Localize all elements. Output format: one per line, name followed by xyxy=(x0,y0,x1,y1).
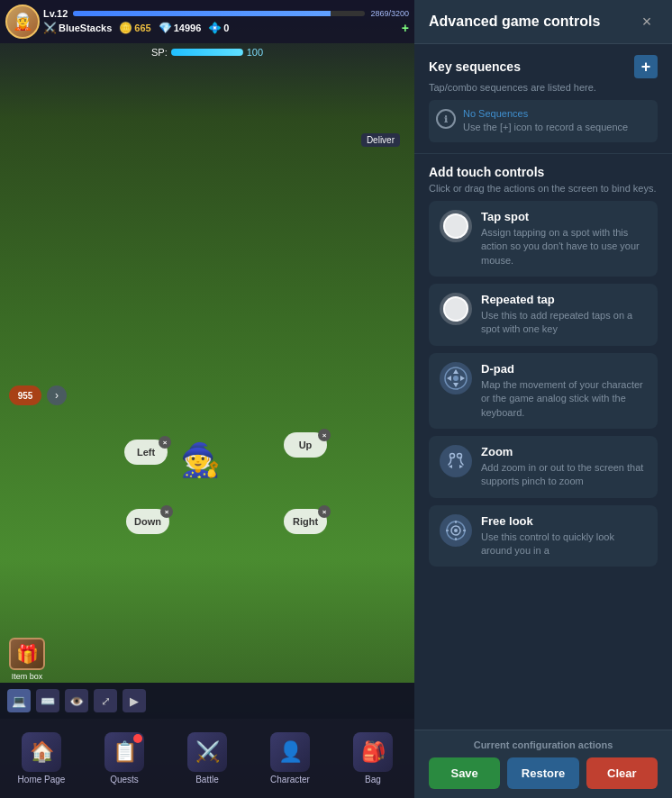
panel-header: Advanced game controls × xyxy=(414,0,672,44)
home-action-btn[interactable]: 💻 xyxy=(7,689,31,712)
touch-controls-header: Add touch controls xyxy=(429,165,658,179)
close-down-icon[interactable]: × xyxy=(160,505,173,518)
nav-bag[interactable]: 🎒 Bag xyxy=(341,732,404,784)
item-box[interactable]: 🎁 Item box xyxy=(9,638,45,681)
restore-button[interactable]: Restore xyxy=(507,757,578,789)
dpad-name: D-pad xyxy=(481,362,647,376)
nav-character-icon: 👤 xyxy=(270,732,310,772)
add-sequence-button[interactable]: + xyxy=(634,55,658,78)
coins-stat: 💎 14996 xyxy=(159,22,202,34)
no-sequences-label: No Sequences xyxy=(463,108,528,119)
svg-marker-4 xyxy=(460,376,465,381)
nav-home-icon: 🏠 xyxy=(22,732,61,772)
freelook-icon xyxy=(443,518,468,543)
nav-bag-icon: 🎒 xyxy=(353,732,393,772)
panel-scroll: Key sequences + Tap/combo sequences are … xyxy=(414,44,672,730)
dpad-desc: Map the movement of your character or th… xyxy=(481,378,647,420)
nav-home-label: Home Page xyxy=(18,775,66,784)
nav-battle[interactable]: ⚔️ Battle xyxy=(176,732,239,784)
svg-marker-3 xyxy=(447,376,451,381)
tap-spot-info: Tap spot Assign tapping on a spot with t… xyxy=(481,210,647,268)
exp-bar xyxy=(73,11,365,16)
dpad-right-button[interactable]: × Right xyxy=(284,509,327,534)
tap-spot-circle xyxy=(443,213,468,239)
item-box-icon: 🎁 xyxy=(9,638,45,670)
zoom-icon-wrap xyxy=(440,445,472,477)
nav-quests-label: Quests xyxy=(110,775,139,784)
nav-quests[interactable]: 📋 Quests xyxy=(93,732,156,784)
item-box-label: Item box xyxy=(12,672,43,681)
nav-battle-icon: ⚔️ xyxy=(187,732,227,772)
expand-action-btn[interactable]: ⤢ xyxy=(94,689,117,712)
coins-value: 14996 xyxy=(174,23,202,33)
stats-row: ⚔️ BlueStacks 🪙 665 💎 14996 💠 0 + xyxy=(43,21,409,35)
key-sequences-subtitle: Tap/combo sequences are listed here. xyxy=(429,82,658,93)
repeated-tap-info: Repeated tap Use this to add repeated ta… xyxy=(481,293,647,337)
no-sequences-hint: Use the [+] icon to record a sequence xyxy=(463,122,628,132)
svg-point-5 xyxy=(453,376,459,381)
panel-footer: Current configuration actions Save Resto… xyxy=(414,730,672,798)
no-sequences-icon: ℹ xyxy=(436,109,456,129)
svg-point-10 xyxy=(454,529,458,532)
zoom-name: Zoom xyxy=(481,445,647,458)
exp-label: 2869/3200 xyxy=(370,9,409,18)
dpad-down-button[interactable]: × Down xyxy=(126,509,169,534)
dpad-icon-wrap xyxy=(440,362,472,394)
clear-button[interactable]: Clear xyxy=(586,757,658,789)
freelook-desc: Use this control to quickly look around … xyxy=(481,530,647,558)
no-sequences-text: No Sequences Use the [+] icon to record … xyxy=(463,107,628,135)
touch-controls-subtitle: Click or drag the actions on the screen … xyxy=(429,183,658,194)
svg-point-7 xyxy=(458,453,462,458)
play-action-btn[interactable]: ▶ xyxy=(123,689,146,712)
dpad-card[interactable]: D-pad Map the movement of your character… xyxy=(429,353,658,429)
tap-spot-name: Tap spot xyxy=(481,210,647,223)
action-bar: 💻 ⌨️ 👁️ ⤢ ▶ xyxy=(0,683,414,719)
avatar: 🧝 xyxy=(5,5,40,39)
close-left-icon[interactable]: × xyxy=(159,436,171,449)
zoom-info: Zoom Add zoom in or out to the screen th… xyxy=(481,445,647,489)
bottom-nav: 🏠 Home Page 📋 Quests ⚔️ Battle 👤 Charact… xyxy=(0,719,414,798)
keyboard-action-btn[interactable]: ⌨️ xyxy=(36,689,59,712)
repeated-tap-card[interactable]: Repeated tap Use this to add repeated ta… xyxy=(429,284,658,346)
quests-dot xyxy=(133,734,142,743)
key-sequences-section: Key sequences + Tap/combo sequences are … xyxy=(414,44,672,154)
dpad-info: D-pad Map the movement of your character… xyxy=(481,362,647,420)
dpad-left-button[interactable]: × Left xyxy=(124,440,168,465)
name-stat: ⚔️ BlueStacks xyxy=(43,22,112,34)
crystals-stat: 💠 0 xyxy=(208,22,229,34)
zoom-desc: Add zoom in or out to the screen that su… xyxy=(481,461,647,489)
repeated-tap-icon xyxy=(440,293,472,325)
top-bar: 🧝 Lv.12 2869/3200 ⚔️ BlueStacks 🪙 665 xyxy=(0,0,414,43)
tap-spot-card[interactable]: Tap spot Assign tapping on a spot with t… xyxy=(429,201,658,277)
dpad-up-button[interactable]: × Up xyxy=(284,432,327,458)
zoom-icon xyxy=(443,449,468,474)
nav-character-label: Character xyxy=(270,775,310,784)
footer-buttons: Save Restore Clear xyxy=(429,757,658,789)
key-sequences-header: Key sequences + xyxy=(429,55,658,78)
nav-home-page[interactable]: 🏠 Home Page xyxy=(10,732,73,784)
freelook-icon-wrap xyxy=(440,514,472,547)
no-sequences-box: ℹ No Sequences Use the [+] icon to recor… xyxy=(429,100,658,142)
free-look-card[interactable]: Free look Use this control to quickly lo… xyxy=(429,505,658,567)
key-sequences-title: Key sequences xyxy=(429,59,521,74)
svg-marker-2 xyxy=(453,383,459,387)
touch-controls-title: Add touch controls xyxy=(429,165,544,179)
svg-marker-1 xyxy=(453,369,459,374)
crystals-value: 0 xyxy=(223,23,229,33)
nav-character[interactable]: 👤 Character xyxy=(259,732,322,784)
level-text: Lv.12 xyxy=(43,8,68,19)
freelook-info: Free look Use this control to quickly lo… xyxy=(481,514,647,558)
current-config-label: Current configuration actions xyxy=(429,739,658,750)
repeated-tap-name: Repeated tap xyxy=(481,293,647,306)
nav-quests-icon: 📋 xyxy=(104,732,144,772)
save-button[interactable]: Save xyxy=(429,757,500,789)
add-stat-btn[interactable]: + xyxy=(402,21,409,35)
right-panel: Advanced game controls × Key sequences +… xyxy=(414,0,672,798)
zoom-card[interactable]: Zoom Add zoom in or out to the screen th… xyxy=(429,436,658,498)
repeated-tap-desc: Use this to add repeated taps on a spot … xyxy=(481,309,647,337)
gold-stat: 🪙 665 xyxy=(119,22,150,34)
close-panel-button[interactable]: × xyxy=(636,11,658,32)
close-up-icon[interactable]: × xyxy=(318,429,331,441)
close-right-icon[interactable]: × xyxy=(318,505,331,518)
view-action-btn[interactable]: 👁️ xyxy=(65,689,88,712)
